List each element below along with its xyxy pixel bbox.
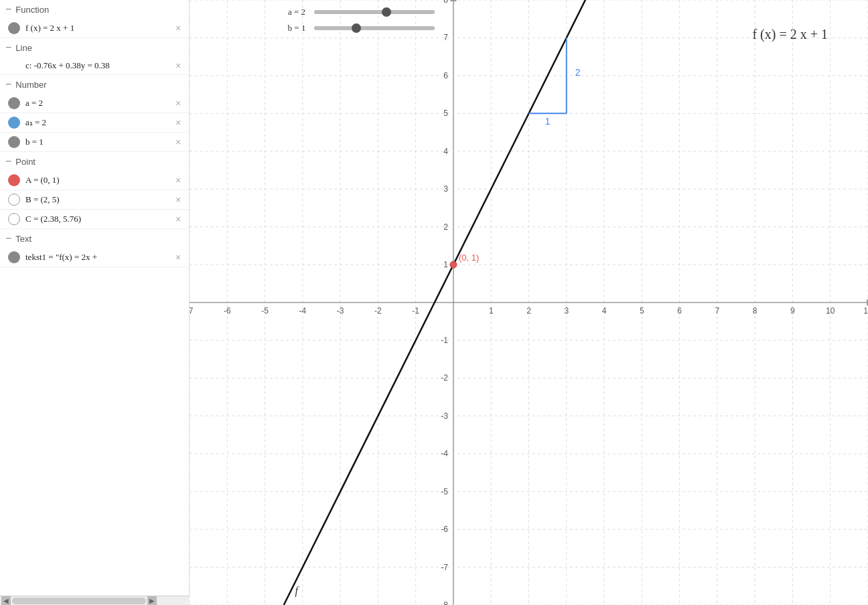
y-tick--8: -8 <box>441 600 448 605</box>
sidebar-item-p1[interactable]: A = (0, 1)× <box>0 171 189 190</box>
x-tick-2: 2 <box>526 306 531 316</box>
close-button-p3[interactable]: × <box>173 214 184 224</box>
item-label-n1: a = 2 <box>25 98 167 109</box>
collapse-icon: − <box>5 79 11 90</box>
section-label-number: Number <box>15 80 46 90</box>
item-dot-t1 <box>8 251 20 263</box>
item-label-l1: c: -0.76x + 0.38y = 0.38 <box>25 60 167 71</box>
close-button-t1[interactable]: × <box>173 252 184 263</box>
item-label-p1: A = (0, 1) <box>25 175 167 186</box>
y-tick--4: -4 <box>441 449 448 458</box>
sidebar-item-t1[interactable]: tekst1 = "f(x) = 2x +× <box>0 248 189 267</box>
x-tick-1: 1 <box>489 306 494 316</box>
item-dot-p3 <box>8 213 20 225</box>
sidebar-item-p3[interactable]: C = (2.38, 5.76)× <box>0 210 189 229</box>
x-tick-6: 6 <box>677 306 682 316</box>
horizontal-scrollbar[interactable] <box>12 598 146 604</box>
x-tick--4: -4 <box>299 306 306 316</box>
item-dot-n2 <box>8 117 20 129</box>
y-tick-6: 6 <box>443 71 448 80</box>
close-button-n2[interactable]: × <box>173 117 184 128</box>
slope-run-label: 1 <box>545 116 551 127</box>
x-tick-5: 5 <box>640 306 644 316</box>
point-A[interactable] <box>450 261 457 268</box>
y-tick-3: 3 <box>443 184 448 194</box>
sidebar-item-n3[interactable]: b = 1× <box>0 133 189 152</box>
y-tick-5: 5 <box>443 109 448 118</box>
slope-rise-label: 2 <box>575 67 581 78</box>
close-button-l1[interactable]: × <box>173 60 184 71</box>
section-header-point[interactable]: −Point <box>0 152 189 171</box>
close-button-n1[interactable]: × <box>173 98 184 109</box>
close-button-p2[interactable]: × <box>173 194 184 205</box>
graph-area[interactable]: -7-6-5-4-3-2-11234567891011-8-7-6-5-4-3-… <box>190 0 868 605</box>
y-axis-arrow <box>450 0 457 1</box>
item-label-n2: a₁ = 2 <box>25 117 167 128</box>
close-button-n3[interactable]: × <box>173 137 184 147</box>
x-tick-3: 3 <box>564 306 569 316</box>
y-tick--3: -3 <box>441 411 448 421</box>
y-tick-4: 4 <box>443 147 448 156</box>
item-dot-p1 <box>8 174 20 186</box>
section-header-function[interactable]: −Function <box>0 0 189 19</box>
graph-formula-label: f (x) = 2 x + 1 <box>752 27 828 42</box>
item-label-n3: b = 1 <box>25 137 167 147</box>
sidebar-item-l1[interactable]: c: -0.76x + 0.38y = 0.38× <box>0 57 189 75</box>
item-label-p3: C = (2.38, 5.76) <box>25 214 167 224</box>
scroll-right-icon[interactable]: ▶ <box>147 596 157 606</box>
x-tick--2: -2 <box>374 306 382 316</box>
sidebar-item-n1[interactable]: a = 2× <box>0 94 189 113</box>
sidebar-item-f1[interactable]: f (x) = 2 x + 1× <box>0 19 189 38</box>
x-tick-10: 10 <box>826 306 835 316</box>
x-tick--7: -7 <box>190 306 194 316</box>
graph-canvas: -7-6-5-4-3-2-11234567891011-8-7-6-5-4-3-… <box>190 0 868 605</box>
section-label-point: Point <box>15 157 35 167</box>
y-tick-7: 7 <box>443 33 448 42</box>
x-tick--6: -6 <box>224 306 231 316</box>
section-header-number[interactable]: −Number <box>0 75 189 94</box>
scroll-left-icon[interactable]: ◀ <box>1 596 11 606</box>
section-label-text: Text <box>15 234 31 244</box>
x-tick--1: -1 <box>412 306 419 316</box>
x-tick--5: -5 <box>261 306 269 316</box>
x-tick--3: -3 <box>337 306 344 316</box>
y-tick--1: -1 <box>441 336 448 345</box>
item-label-p2: B = (2, 5) <box>25 194 167 205</box>
item-dot-n3 <box>8 136 20 148</box>
sidebar-item-n2[interactable]: a₁ = 2× <box>0 113 189 133</box>
item-label-f1: f (x) = 2 x + 1 <box>25 23 167 33</box>
close-button-f1[interactable]: × <box>173 23 184 33</box>
y-tick--6: -6 <box>441 525 448 534</box>
collapse-icon: − <box>5 42 11 53</box>
point-A-label: (0, 1) <box>459 253 479 263</box>
y-tick-8: 8 <box>443 0 448 5</box>
x-tick-8: 8 <box>753 306 757 316</box>
section-header-text[interactable]: −Text <box>0 229 189 248</box>
collapse-icon: − <box>5 156 11 167</box>
sidebar-footer: ◀ ▶ <box>0 596 190 605</box>
item-label-t1: tekst1 = "f(x) = 2x + <box>25 252 167 263</box>
x-tick-11: 11 <box>863 306 868 316</box>
x-tick-9: 9 <box>790 306 795 316</box>
x-tick-7: 7 <box>715 306 720 316</box>
y-tick--5: -5 <box>441 487 448 496</box>
sidebar-item-p2[interactable]: B = (2, 5)× <box>0 190 189 210</box>
y-tick--7: -7 <box>441 563 448 572</box>
sidebar: −Functionf (x) = 2 x + 1×−Linec: -0.76x … <box>0 0 190 605</box>
section-label-line: Line <box>15 43 32 53</box>
x-tick-4: 4 <box>602 306 607 316</box>
collapse-icon: − <box>5 4 11 15</box>
item-dot-f1 <box>8 22 20 34</box>
item-dot-p2 <box>8 194 20 206</box>
section-label-function: Function <box>15 5 49 15</box>
y-tick-2: 2 <box>443 222 448 232</box>
section-header-line[interactable]: −Line <box>0 38 189 57</box>
y-tick-1: 1 <box>443 260 448 269</box>
close-button-p1[interactable]: × <box>173 175 184 186</box>
item-dot-n1 <box>8 97 20 109</box>
collapse-icon: − <box>5 233 11 244</box>
y-tick--2: -2 <box>441 373 448 383</box>
